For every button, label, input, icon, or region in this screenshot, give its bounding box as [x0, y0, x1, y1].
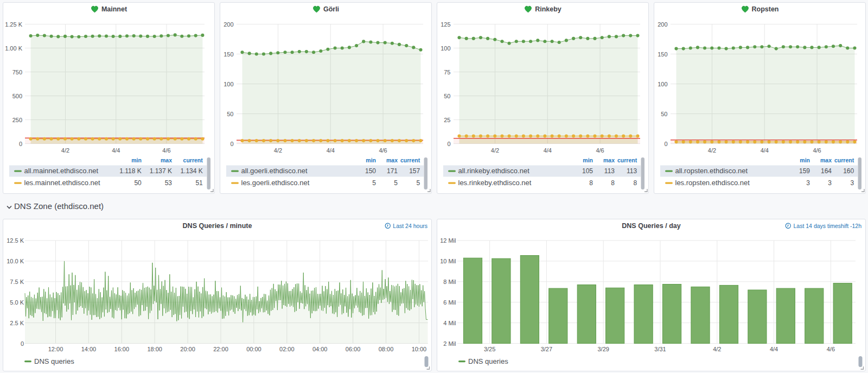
svg-text:250: 250 [12, 117, 22, 123]
svg-text:4/2: 4/2 [713, 346, 721, 352]
svg-text:171: 171 [387, 167, 398, 175]
svg-text:04:00: 04:00 [312, 346, 328, 352]
svg-text:16:00: 16:00 [114, 346, 130, 352]
svg-text:1.137 K: 1.137 K [150, 167, 172, 175]
svg-text:200: 200 [224, 21, 233, 28]
svg-text:500: 500 [12, 93, 22, 99]
svg-text:100: 100 [441, 45, 450, 52]
svg-text:0: 0 [447, 141, 450, 147]
svg-text:02:00: 02:00 [279, 346, 295, 352]
svg-text:3/29: 3/29 [597, 346, 609, 352]
svg-text:max: max [603, 157, 615, 163]
svg-text:06:00: 06:00 [346, 346, 361, 352]
svg-text:max: max [386, 157, 398, 163]
svg-text:5: 5 [417, 179, 420, 187]
svg-text:14:00: 14:00 [81, 346, 97, 352]
svg-text:4/6: 4/6 [596, 147, 604, 154]
svg-text:min: min [131, 157, 142, 163]
svg-text:4/4: 4/4 [770, 346, 778, 352]
svg-text:100: 100 [224, 81, 233, 87]
svg-text:DNS queries: DNS queries [34, 357, 74, 365]
svg-text:8: 8 [634, 179, 637, 187]
svg-text:160: 160 [843, 167, 854, 175]
svg-text:0: 0 [19, 141, 22, 147]
svg-text:1.25 K: 1.25 K [5, 21, 22, 28]
svg-text:4 Mil: 4 Mil [443, 320, 456, 326]
svg-text:12.5 K: 12.5 K [7, 237, 24, 244]
svg-text:min: min [583, 157, 593, 163]
svg-text:les.mainnet.ethdisco.net: les.mainnet.ethdisco.net [24, 179, 101, 187]
svg-text:00:00: 00:00 [246, 346, 261, 352]
svg-text:75: 75 [444, 69, 450, 75]
svg-text:4/2: 4/2 [708, 147, 716, 154]
svg-text:7.5 K: 7.5 K [10, 279, 24, 285]
svg-text:1.00 K: 1.00 K [5, 45, 22, 52]
svg-text:4/6: 4/6 [813, 147, 821, 154]
svg-text:10:00: 10:00 [412, 346, 427, 352]
svg-text:all.ropsten.ethdisco.net: all.ropsten.ethdisco.net [675, 167, 748, 175]
svg-text:3: 3 [806, 179, 810, 187]
svg-text:1.118 K: 1.118 K [119, 167, 141, 175]
svg-text:159: 159 [799, 167, 810, 175]
svg-text:100: 100 [658, 81, 667, 87]
svg-text:50: 50 [444, 93, 450, 99]
svg-text:4/4: 4/4 [761, 147, 769, 154]
svg-text:50: 50 [227, 111, 233, 117]
svg-text:3: 3 [828, 179, 832, 187]
svg-text:8: 8 [611, 179, 615, 187]
svg-text:les.rinkeby.ethdisco.net: les.rinkeby.ethdisco.net [458, 179, 532, 187]
svg-text:20:00: 20:00 [180, 346, 195, 352]
svg-text:53: 53 [165, 179, 173, 187]
svg-text:125: 125 [441, 21, 450, 28]
svg-text:50: 50 [134, 179, 142, 187]
svg-text:5: 5 [372, 179, 376, 187]
svg-text:0: 0 [664, 141, 667, 147]
svg-text:1.134 K: 1.134 K [180, 167, 202, 175]
svg-text:0: 0 [21, 340, 24, 347]
svg-text:22:00: 22:00 [213, 346, 228, 352]
svg-text:max: max [161, 157, 172, 163]
svg-text:4/4: 4/4 [544, 147, 552, 154]
svg-text:150: 150 [365, 167, 376, 175]
svg-text:150: 150 [658, 51, 667, 58]
svg-text:4/4: 4/4 [327, 147, 335, 154]
svg-text:current: current [834, 157, 854, 163]
svg-text:4/6: 4/6 [162, 147, 170, 154]
svg-text:les.goerli.ethdisco.net: les.goerli.ethdisco.net [241, 179, 310, 187]
svg-text:all.mainnet.ethdisco.net: all.mainnet.ethdisco.net [24, 167, 99, 175]
svg-text:3/31: 3/31 [654, 346, 666, 352]
svg-text:5.0 K: 5.0 K [10, 299, 24, 306]
svg-text:all.rinkeby.ethdisco.net: all.rinkeby.ethdisco.net [458, 167, 530, 175]
svg-text:10.0 K: 10.0 K [7, 258, 24, 264]
svg-text:current: current [400, 157, 420, 163]
svg-text:8: 8 [589, 179, 593, 187]
svg-text:0: 0 [230, 141, 233, 147]
svg-text:all.goerli.ethdisco.net: all.goerli.ethdisco.net [241, 167, 308, 175]
svg-text:4/6: 4/6 [827, 346, 835, 352]
svg-text:50: 50 [661, 111, 667, 117]
svg-text:157: 157 [409, 167, 420, 175]
svg-text:DNS queries: DNS queries [468, 357, 508, 365]
svg-text:2 Mil: 2 Mil [443, 340, 456, 347]
svg-text:5: 5 [394, 179, 398, 187]
svg-text:18:00: 18:00 [147, 346, 162, 352]
svg-text:105: 105 [582, 167, 593, 175]
svg-text:200: 200 [658, 21, 667, 28]
svg-text:113: 113 [627, 167, 637, 175]
svg-text:10 Mil: 10 Mil [440, 258, 456, 264]
svg-text:25: 25 [444, 117, 450, 123]
svg-text:3/27: 3/27 [541, 346, 552, 352]
svg-text:4/2: 4/2 [61, 147, 69, 154]
svg-text:750: 750 [12, 69, 22, 75]
svg-text:08:00: 08:00 [379, 346, 394, 352]
svg-text:12:00: 12:00 [48, 346, 63, 352]
svg-text:4/6: 4/6 [379, 147, 387, 154]
svg-text:6 Mil: 6 Mil [443, 299, 456, 306]
svg-text:current: current [617, 157, 637, 163]
svg-text:3: 3 [851, 179, 854, 187]
svg-text:4/2: 4/2 [491, 147, 499, 154]
svg-text:les.ropsten.ethdisco.net: les.ropsten.ethdisco.net [675, 179, 750, 187]
svg-text:min: min [366, 157, 376, 163]
svg-text:3/25: 3/25 [484, 346, 495, 352]
svg-text:max: max [820, 157, 832, 163]
